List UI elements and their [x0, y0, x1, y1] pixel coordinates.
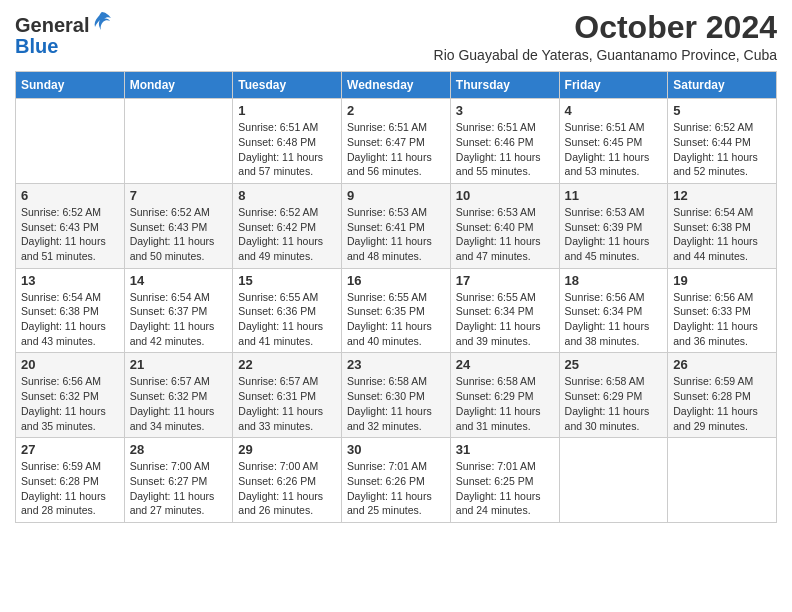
page-header: General Blue October 2024 Rio Guayabal d… — [15, 10, 777, 63]
calendar-cell: 13Sunrise: 6:54 AMSunset: 6:38 PMDayligh… — [16, 268, 125, 353]
day-number: 7 — [130, 188, 228, 203]
calendar-cell: 14Sunrise: 6:54 AMSunset: 6:37 PMDayligh… — [124, 268, 233, 353]
day-info: Sunrise: 6:56 AMSunset: 6:32 PMDaylight:… — [21, 374, 119, 433]
calendar-cell: 17Sunrise: 6:55 AMSunset: 6:34 PMDayligh… — [450, 268, 559, 353]
day-number: 14 — [130, 273, 228, 288]
calendar-cell — [668, 438, 777, 523]
calendar-cell: 20Sunrise: 6:56 AMSunset: 6:32 PMDayligh… — [16, 353, 125, 438]
day-number: 24 — [456, 357, 554, 372]
day-info: Sunrise: 6:52 AMSunset: 6:43 PMDaylight:… — [21, 205, 119, 264]
day-number: 18 — [565, 273, 663, 288]
calendar-cell: 8Sunrise: 6:52 AMSunset: 6:42 PMDaylight… — [233, 183, 342, 268]
day-info: Sunrise: 6:56 AMSunset: 6:34 PMDaylight:… — [565, 290, 663, 349]
day-info: Sunrise: 6:54 AMSunset: 6:37 PMDaylight:… — [130, 290, 228, 349]
day-info: Sunrise: 6:51 AMSunset: 6:46 PMDaylight:… — [456, 120, 554, 179]
day-number: 8 — [238, 188, 336, 203]
week-row-3: 13Sunrise: 6:54 AMSunset: 6:38 PMDayligh… — [16, 268, 777, 353]
weekday-header-monday: Monday — [124, 72, 233, 99]
calendar-cell: 2Sunrise: 6:51 AMSunset: 6:47 PMDaylight… — [342, 99, 451, 184]
logo-blue: Blue — [15, 36, 58, 56]
day-number: 19 — [673, 273, 771, 288]
day-number: 12 — [673, 188, 771, 203]
calendar-cell: 24Sunrise: 6:58 AMSunset: 6:29 PMDayligh… — [450, 353, 559, 438]
calendar-cell: 27Sunrise: 6:59 AMSunset: 6:28 PMDayligh… — [16, 438, 125, 523]
day-number: 23 — [347, 357, 445, 372]
weekday-header-wednesday: Wednesday — [342, 72, 451, 99]
calendar-cell: 10Sunrise: 6:53 AMSunset: 6:40 PMDayligh… — [450, 183, 559, 268]
day-info: Sunrise: 6:57 AMSunset: 6:32 PMDaylight:… — [130, 374, 228, 433]
calendar-cell: 16Sunrise: 6:55 AMSunset: 6:35 PMDayligh… — [342, 268, 451, 353]
calendar-cell: 18Sunrise: 6:56 AMSunset: 6:34 PMDayligh… — [559, 268, 668, 353]
day-info: Sunrise: 7:01 AMSunset: 6:25 PMDaylight:… — [456, 459, 554, 518]
calendar-cell: 21Sunrise: 6:57 AMSunset: 6:32 PMDayligh… — [124, 353, 233, 438]
day-info: Sunrise: 6:52 AMSunset: 6:44 PMDaylight:… — [673, 120, 771, 179]
day-number: 22 — [238, 357, 336, 372]
calendar-cell: 1Sunrise: 6:51 AMSunset: 6:48 PMDaylight… — [233, 99, 342, 184]
week-row-4: 20Sunrise: 6:56 AMSunset: 6:32 PMDayligh… — [16, 353, 777, 438]
title-section: October 2024 Rio Guayabal de Yateras, Gu… — [434, 10, 777, 63]
logo-text: General — [15, 10, 113, 36]
day-info: Sunrise: 6:55 AMSunset: 6:34 PMDaylight:… — [456, 290, 554, 349]
day-info: Sunrise: 6:56 AMSunset: 6:33 PMDaylight:… — [673, 290, 771, 349]
day-number: 26 — [673, 357, 771, 372]
calendar-cell: 25Sunrise: 6:58 AMSunset: 6:29 PMDayligh… — [559, 353, 668, 438]
day-info: Sunrise: 6:59 AMSunset: 6:28 PMDaylight:… — [21, 459, 119, 518]
day-info: Sunrise: 6:54 AMSunset: 6:38 PMDaylight:… — [673, 205, 771, 264]
day-info: Sunrise: 7:00 AMSunset: 6:26 PMDaylight:… — [238, 459, 336, 518]
calendar-cell — [559, 438, 668, 523]
calendar-cell: 4Sunrise: 6:51 AMSunset: 6:45 PMDaylight… — [559, 99, 668, 184]
day-info: Sunrise: 6:58 AMSunset: 6:30 PMDaylight:… — [347, 374, 445, 433]
day-number: 5 — [673, 103, 771, 118]
day-number: 2 — [347, 103, 445, 118]
calendar-cell: 30Sunrise: 7:01 AMSunset: 6:26 PMDayligh… — [342, 438, 451, 523]
day-number: 27 — [21, 442, 119, 457]
day-info: Sunrise: 6:51 AMSunset: 6:47 PMDaylight:… — [347, 120, 445, 179]
calendar-cell: 31Sunrise: 7:01 AMSunset: 6:25 PMDayligh… — [450, 438, 559, 523]
calendar-cell: 5Sunrise: 6:52 AMSunset: 6:44 PMDaylight… — [668, 99, 777, 184]
day-info: Sunrise: 6:55 AMSunset: 6:36 PMDaylight:… — [238, 290, 336, 349]
day-number: 1 — [238, 103, 336, 118]
day-number: 28 — [130, 442, 228, 457]
calendar-table: SundayMondayTuesdayWednesdayThursdayFrid… — [15, 71, 777, 523]
day-number: 10 — [456, 188, 554, 203]
day-info: Sunrise: 6:53 AMSunset: 6:39 PMDaylight:… — [565, 205, 663, 264]
day-info: Sunrise: 6:53 AMSunset: 6:41 PMDaylight:… — [347, 205, 445, 264]
day-number: 31 — [456, 442, 554, 457]
day-number: 3 — [456, 103, 554, 118]
calendar-cell — [16, 99, 125, 184]
day-info: Sunrise: 6:57 AMSunset: 6:31 PMDaylight:… — [238, 374, 336, 433]
week-row-5: 27Sunrise: 6:59 AMSunset: 6:28 PMDayligh… — [16, 438, 777, 523]
day-number: 9 — [347, 188, 445, 203]
day-number: 20 — [21, 357, 119, 372]
day-number: 4 — [565, 103, 663, 118]
day-info: Sunrise: 6:51 AMSunset: 6:45 PMDaylight:… — [565, 120, 663, 179]
calendar-cell: 11Sunrise: 6:53 AMSunset: 6:39 PMDayligh… — [559, 183, 668, 268]
day-number: 11 — [565, 188, 663, 203]
weekday-header-friday: Friday — [559, 72, 668, 99]
month-title: October 2024 — [434, 10, 777, 45]
calendar-cell: 7Sunrise: 6:52 AMSunset: 6:43 PMDaylight… — [124, 183, 233, 268]
day-number: 6 — [21, 188, 119, 203]
calendar-cell: 23Sunrise: 6:58 AMSunset: 6:30 PMDayligh… — [342, 353, 451, 438]
week-row-2: 6Sunrise: 6:52 AMSunset: 6:43 PMDaylight… — [16, 183, 777, 268]
logo-general: General — [15, 14, 89, 36]
calendar-cell: 3Sunrise: 6:51 AMSunset: 6:46 PMDaylight… — [450, 99, 559, 184]
weekday-header-sunday: Sunday — [16, 72, 125, 99]
day-number: 16 — [347, 273, 445, 288]
week-row-1: 1Sunrise: 6:51 AMSunset: 6:48 PMDaylight… — [16, 99, 777, 184]
day-info: Sunrise: 6:58 AMSunset: 6:29 PMDaylight:… — [456, 374, 554, 433]
weekday-header-saturday: Saturday — [668, 72, 777, 99]
calendar-cell: 15Sunrise: 6:55 AMSunset: 6:36 PMDayligh… — [233, 268, 342, 353]
logo: General Blue — [15, 10, 113, 56]
day-number: 25 — [565, 357, 663, 372]
day-info: Sunrise: 7:00 AMSunset: 6:27 PMDaylight:… — [130, 459, 228, 518]
day-info: Sunrise: 6:58 AMSunset: 6:29 PMDaylight:… — [565, 374, 663, 433]
day-number: 21 — [130, 357, 228, 372]
day-info: Sunrise: 6:54 AMSunset: 6:38 PMDaylight:… — [21, 290, 119, 349]
calendar-cell: 22Sunrise: 6:57 AMSunset: 6:31 PMDayligh… — [233, 353, 342, 438]
day-info: Sunrise: 7:01 AMSunset: 6:26 PMDaylight:… — [347, 459, 445, 518]
calendar-cell: 28Sunrise: 7:00 AMSunset: 6:27 PMDayligh… — [124, 438, 233, 523]
weekday-header-tuesday: Tuesday — [233, 72, 342, 99]
day-number: 17 — [456, 273, 554, 288]
day-info: Sunrise: 6:59 AMSunset: 6:28 PMDaylight:… — [673, 374, 771, 433]
